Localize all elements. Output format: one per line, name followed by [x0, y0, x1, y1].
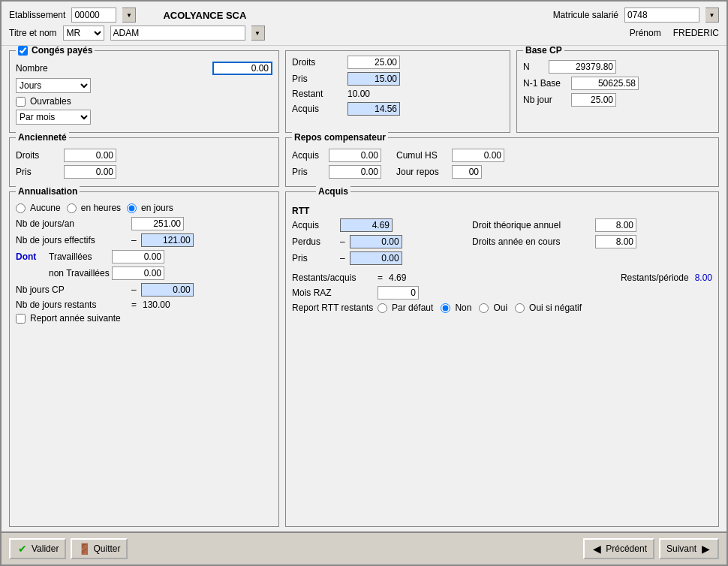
- oui-si-negatif-label: Oui si négatif: [529, 303, 582, 313]
- anc-pris-input[interactable]: 0.00: [64, 165, 116, 179]
- oui-si-negatif-radio[interactable]: [515, 303, 525, 313]
- droit-theorique-label: Droit théorique annuel: [472, 220, 592, 230]
- mois-raz-input[interactable]: 0: [378, 286, 419, 300]
- restants-periode-value: 8.00: [695, 272, 712, 283]
- n-label: N: [523, 62, 546, 72]
- base-cp-section: Base CP N 29379.80 N-1 Base 50625.58 Nb …: [516, 50, 719, 133]
- ouvrables-checkbox[interactable]: [16, 97, 26, 107]
- en-jours-label: en jours: [141, 203, 173, 213]
- nb-jours-effectifs-label: Nb de jours effectifs: [16, 235, 128, 245]
- jours-select[interactable]: Jours: [16, 78, 91, 93]
- anciennete-title: Ancienneté: [16, 132, 69, 143]
- etablissement-label: Etablissement: [9, 10, 65, 20]
- droits-section: Droits 25.00 Pris 15.00 Restant 10.00 Ac…: [285, 50, 510, 133]
- matricule-input[interactable]: 0748: [624, 8, 699, 23]
- top-sections: Congés payés Nombre 0.00 Jours: [9, 50, 719, 133]
- footer-right: ◀ Précédent Suivant ▶: [583, 538, 719, 559]
- quitter-button[interactable]: 🚪 Quitter: [71, 538, 128, 559]
- repos-pris-label: Pris: [292, 167, 326, 177]
- repos-pris-input[interactable]: 0.00: [329, 165, 381, 179]
- report-checkbox[interactable]: [16, 314, 26, 324]
- en-jours-radio[interactable]: [127, 203, 137, 213]
- droits-input[interactable]: 25.00: [347, 56, 400, 69]
- droit-theorique-input[interactable]: 8.00: [595, 218, 636, 232]
- en-heures-label: en heures: [81, 203, 121, 213]
- rtt-pris-input[interactable]: 0.00: [350, 251, 402, 265]
- cumul-hs-label: Cumul HS: [396, 150, 449, 161]
- en-heures-radio[interactable]: [67, 203, 77, 213]
- dont-label: Dont: [16, 251, 46, 262]
- rtt-perdus-label: Perdus: [292, 236, 337, 247]
- etablissement-input[interactable]: 00000: [71, 8, 116, 23]
- conges-title: Congés payés: [16, 46, 95, 56]
- nom-input[interactable]: ADAM: [110, 26, 245, 41]
- non-travaillees-input[interactable]: 0.00: [112, 266, 164, 280]
- rtt-title-label: RTT: [292, 206, 314, 216]
- droits-annee-label: Droits année en cours: [472, 236, 592, 247]
- repos-acquis-label: Acquis: [292, 150, 326, 161]
- restants-acquis-value: 4.69: [389, 272, 406, 283]
- repos-section: Repos compensateur Acquis 0.00 Pris 0.00: [285, 137, 719, 187]
- footer-left: ✔ Valider 🚪 Quitter: [9, 538, 128, 559]
- travaillees-label: Travaillées: [49, 251, 109, 262]
- company-name: ACOLYANCE SCA: [163, 10, 246, 21]
- suivant-button[interactable]: Suivant ▶: [659, 538, 719, 559]
- oui-label: Oui: [493, 303, 507, 313]
- rtt-acquis-input[interactable]: 4.69: [340, 218, 393, 232]
- nb-jours-an-input[interactable]: 251.00: [131, 217, 184, 230]
- n1-input[interactable]: 50625.58: [571, 77, 639, 90]
- matricule-label: Matricule salarié: [553, 10, 618, 20]
- acquis-label: Acquis: [292, 104, 344, 114]
- aucune-label: Aucune: [30, 203, 61, 213]
- nb-jour-input[interactable]: 25.00: [571, 93, 616, 107]
- nb-jours-cp-label: Nb jours CP: [16, 285, 128, 295]
- precedent-button[interactable]: ◀ Précédent: [583, 538, 654, 559]
- nb-jours-restants-value: 130.00: [143, 300, 170, 310]
- report-label: Report année suivante: [30, 313, 121, 324]
- anc-droits-input[interactable]: 0.00: [64, 149, 116, 162]
- n1-label: N-1 Base: [523, 78, 568, 89]
- oui-radio[interactable]: [479, 303, 489, 313]
- restant-label: Restant: [292, 89, 344, 99]
- non-travaillees-label: non Travaillées: [49, 268, 109, 278]
- par-mois-select[interactable]: Par mois: [16, 110, 91, 125]
- jour-repos-input[interactable]: 00: [452, 165, 482, 179]
- valider-button[interactable]: ✔ Valider: [9, 538, 66, 559]
- main-window: Etablissement 00000 ▼ ACOLYANCE SCA Matr…: [0, 0, 728, 566]
- repos-acquis-input[interactable]: 0.00: [329, 149, 381, 162]
- acquis-input[interactable]: 14.56: [347, 102, 400, 116]
- non-radio[interactable]: [441, 303, 450, 313]
- nb-jours-effectifs-input[interactable]: 121.00: [141, 233, 194, 247]
- prenom-value: FREDERIC: [673, 28, 719, 38]
- rtt-acquis-label: Acquis: [292, 220, 337, 230]
- nb-jours-an-label: Nb de jours/an: [16, 218, 128, 229]
- annualisation-title: Annualisation: [16, 186, 80, 197]
- pris-input[interactable]: 15.00: [347, 72, 400, 86]
- prenom-label: Prénom: [630, 28, 661, 38]
- anc-droits-label: Droits: [16, 150, 61, 161]
- aucune-radio[interactable]: [16, 203, 26, 213]
- nombre-label: Nombre: [16, 63, 48, 74]
- restant-value: 10.00: [347, 89, 370, 99]
- nom-dropdown[interactable]: ▼: [251, 26, 265, 41]
- anc-pris-label: Pris: [16, 167, 61, 177]
- precedent-label: Précédent: [606, 543, 647, 554]
- conges-checkbox[interactable]: [18, 46, 28, 56]
- titre-select[interactable]: MR: [63, 26, 104, 41]
- valider-icon: ✔: [17, 543, 29, 555]
- droits-annee-input[interactable]: 8.00: [595, 235, 636, 248]
- matricule-dropdown[interactable]: ▼: [705, 8, 719, 23]
- nombre-input[interactable]: 0.00: [212, 62, 272, 75]
- rtt-perdus-input[interactable]: 0.00: [350, 235, 402, 248]
- cumul-hs-input[interactable]: 0.00: [452, 149, 504, 162]
- par-defaut-radio[interactable]: [378, 303, 387, 313]
- base-cp-title: Base CP: [523, 46, 564, 56]
- travaillees-input[interactable]: 0.00: [112, 250, 164, 263]
- nb-jours-restants-label: Nb de jours restants: [16, 300, 128, 310]
- n-input[interactable]: 29379.80: [549, 60, 616, 74]
- repos-title: Repos compensateur: [292, 132, 388, 143]
- droits-label: Droits: [292, 57, 344, 68]
- report-rtt-label: Report RTT restants: [292, 303, 375, 313]
- etablissement-dropdown[interactable]: ▼: [122, 8, 136, 23]
- nb-jours-cp-input[interactable]: 0.00: [141, 283, 194, 297]
